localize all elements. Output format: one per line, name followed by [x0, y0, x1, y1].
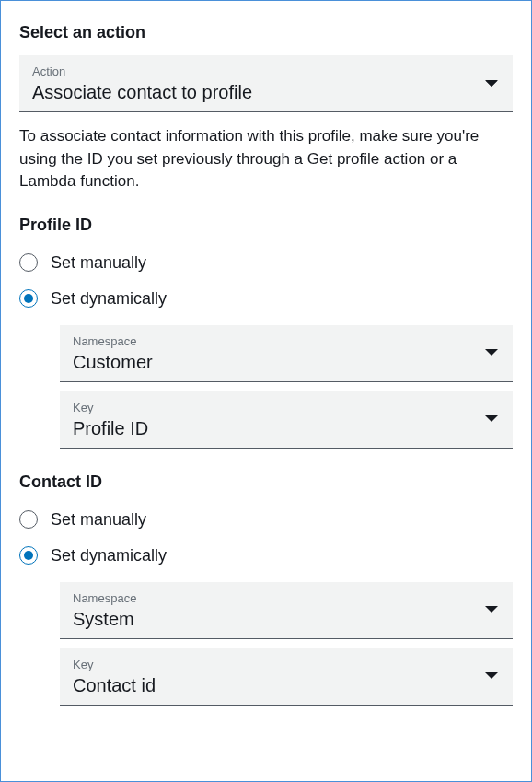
contact-id-dynamic-radio[interactable]: Set dynamically — [19, 546, 513, 566]
profile-id-manual-radio[interactable]: Set manually — [19, 253, 513, 273]
dropdown-label: Namespace — [73, 334, 500, 348]
svg-marker-3 — [485, 606, 498, 613]
caret-down-icon — [485, 349, 498, 356]
contact-id-key-dropdown[interactable]: Key Contact id — [60, 648, 513, 706]
profile-id-dynamic-radio[interactable]: Set dynamically — [19, 289, 513, 309]
action-dropdown-label: Action — [32, 64, 500, 78]
contact-id-heading: Contact ID — [19, 473, 513, 492]
dropdown-label: Key — [73, 658, 500, 671]
section-title: Select an action — [19, 23, 513, 42]
radio-label: Set dynamically — [51, 289, 167, 309]
contact-id-namespace-dropdown[interactable]: Namespace System — [60, 582, 513, 639]
dropdown-value: System — [73, 607, 500, 631]
dropdown-label: Key — [73, 401, 500, 414]
caret-down-icon — [485, 415, 498, 423]
dropdown-label: Namespace — [73, 591, 500, 605]
dropdown-value: Customer — [73, 350, 500, 374]
radio-label: Set manually — [51, 510, 146, 530]
contact-id-dynamic-fields: Namespace System Key Contact id — [60, 582, 513, 706]
radio-label: Set manually — [51, 253, 146, 273]
help-text: To associate contact information with th… — [19, 125, 513, 193]
profile-id-heading: Profile ID — [19, 216, 513, 235]
caret-down-icon — [485, 606, 498, 613]
caret-down-icon — [485, 672, 498, 680]
svg-marker-1 — [485, 349, 498, 356]
radio-checked-icon — [19, 289, 38, 308]
svg-marker-0 — [485, 80, 498, 87]
caret-down-icon — [485, 80, 498, 88]
dropdown-value: Contact id — [73, 673, 500, 697]
profile-id-dynamic-fields: Namespace Customer Key Profile ID — [60, 325, 513, 449]
svg-marker-2 — [485, 415, 498, 422]
svg-marker-4 — [485, 672, 498, 679]
radio-unchecked-icon — [19, 510, 38, 529]
profile-id-namespace-dropdown[interactable]: Namespace Customer — [60, 325, 513, 382]
action-dropdown-value: Associate contact to profile — [32, 80, 500, 104]
radio-label: Set dynamically — [51, 546, 167, 566]
action-dropdown[interactable]: Action Associate contact to profile — [19, 55, 513, 112]
radio-unchecked-icon — [19, 253, 38, 272]
dropdown-value: Profile ID — [73, 416, 500, 440]
contact-id-manual-radio[interactable]: Set manually — [19, 510, 513, 530]
radio-checked-icon — [19, 546, 38, 565]
profile-id-key-dropdown[interactable]: Key Profile ID — [60, 391, 513, 449]
